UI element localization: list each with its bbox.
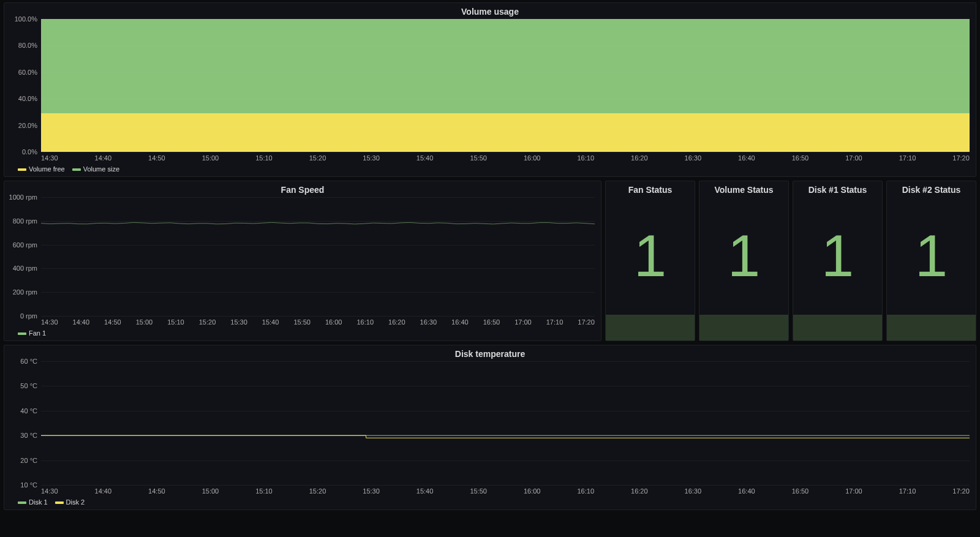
x-tick-label: 14:50 [104,318,121,326]
panel-disk1-status[interactable]: Disk #1 Status 1 [793,181,883,341]
x-tick-label: 16:30 [685,154,702,162]
legend-swatch [72,168,81,171]
legend-item[interactable]: Fan 1 [18,329,46,337]
x-tick-label: 17:10 [899,487,916,495]
x-tick-label: 16:20 [631,487,648,495]
x-tick-label: 15:10 [255,154,273,162]
legend[interactable]: Fan 1 [4,327,601,340]
x-tick-label: 15:50 [470,487,487,495]
x-tick-label: 15:40 [417,154,434,162]
legend-swatch [18,501,26,504]
legend-swatch [18,168,26,171]
y-tick-label: 600 rpm [13,241,37,249]
x-tick-label: 14:30 [41,318,58,326]
fan1-line [41,222,595,224]
y-tick-label: 20 °C [20,457,37,464]
panel-title: Fan Status [606,181,695,197]
x-tick-label: 15:00 [136,318,153,326]
y-tick-label: 80.0% [18,42,37,49]
x-tick-label: 15:00 [202,487,219,495]
legend-label: Disk 1 [29,498,48,506]
x-tick-label: 17:20 [578,318,595,326]
legend[interactable]: Volume freeVolume size [4,163,976,176]
y-tick-label: 100.0% [15,15,37,23]
x-tick-label: 14:50 [148,154,165,162]
legend-item[interactable]: Disk 1 [18,498,48,506]
x-tick-label: 16:00 [524,154,541,162]
stat-value: 1 [887,197,976,315]
legend-item[interactable]: Disk 2 [55,498,85,506]
x-tick-label: 17:10 [546,318,564,326]
y-tick-label: 0 rpm [20,312,37,320]
x-tick-label: 14:30 [41,487,58,495]
x-tick-label: 17:00 [845,154,862,162]
x-tick-label: 15:30 [230,318,247,326]
y-tick-label: 40 °C [20,407,37,415]
legend[interactable]: Disk 1Disk 2 [4,496,976,509]
x-tick-label: 16:10 [577,154,594,162]
sparkline [699,315,788,340]
x-tick-label: 14:50 [148,487,165,495]
x-tick-label: 15:50 [293,318,311,326]
x-tick-label: 15:20 [199,318,216,326]
x-tick-label: 15:30 [363,487,380,495]
x-tick-label: 14:40 [73,318,90,326]
x-tick-label: 15:20 [309,487,326,495]
y-tick-label: 10 °C [20,481,37,489]
y-tick-label: 60.0% [18,69,37,76]
x-tick-label: 15:10 [255,487,273,495]
x-tick-label: 16:10 [356,318,374,326]
panel-title: Fan Speed [4,181,601,197]
sparkline [887,315,976,340]
legend-label: Fan 1 [29,329,46,337]
x-tick-label: 17:10 [899,154,916,162]
x-tick-label: 17:00 [845,487,862,495]
x-tick-label: 16:50 [792,154,809,162]
legend-swatch [18,332,26,335]
panel-disk2-status[interactable]: Disk #2 Status 1 [886,181,976,341]
y-tick-label: 200 rpm [13,288,37,296]
panel-disk-temperature[interactable]: Disk temperature 10 °C20 °C30 °C40 °C50 … [4,345,976,510]
panel-volume-status[interactable]: Volume Status 1 [699,181,789,341]
x-tick-label: 17:20 [952,154,970,162]
x-tick-label: 15:40 [262,318,279,326]
x-tick-label: 15:30 [363,154,380,162]
sparkline [606,315,695,340]
panel-title: Disk #1 Status [793,181,882,197]
x-tick-label: 17:00 [514,318,532,326]
y-tick-label: 20.0% [18,122,37,129]
x-tick-label: 16:40 [451,318,469,326]
x-tick-label: 15:00 [202,154,219,162]
x-tick-label: 14:40 [95,154,112,162]
disk-plot: 10 °C20 °C30 °C40 °C50 °C60 °C [4,361,976,485]
x-tick-label: 16:30 [420,318,437,326]
panel-title: Disk temperature [4,345,976,361]
y-tick-label: 0.0% [22,148,37,156]
x-tick-label: 17:20 [952,487,970,495]
x-tick-label: 16:50 [483,318,500,326]
legend-label: Disk 2 [66,498,85,506]
x-axis: 14:3014:4014:5015:0015:1015:2015:3015:40… [4,152,976,163]
panel-fan-status[interactable]: Fan Status 1 [605,181,695,341]
stat-value: 1 [699,197,788,315]
y-tick-label: 30 °C [20,432,37,439]
x-tick-label: 16:40 [738,487,755,495]
legend-item[interactable]: Volume free [18,165,65,173]
y-tick-label: 1000 rpm [9,193,37,201]
legend-label: Volume free [29,165,65,173]
y-tick-label: 60 °C [20,358,37,365]
legend-label: Volume size [83,165,119,173]
x-axis: 14:3014:4014:5015:0015:1015:2015:3015:40… [4,316,601,327]
panel-volume-usage[interactable]: Volume usage 0.0%20.0%40.0%60.0%80.0%100… [4,2,976,177]
panel-fan-speed[interactable]: Fan Speed 0 rpm200 rpm400 rpm600 rpm800 … [4,181,601,341]
volume-plot: 0.0%20.0%40.0%60.0%80.0%100.0% [4,19,976,152]
x-tick-label: 16:30 [685,487,702,495]
x-tick-label: 15:40 [417,487,434,495]
panel-title: Volume usage [4,3,976,19]
x-tick-label: 15:50 [470,154,487,162]
x-tick-label: 14:40 [95,487,112,495]
legend-item[interactable]: Volume size [72,165,119,173]
x-tick-label: 16:10 [577,487,594,495]
stat-value: 1 [793,197,882,315]
y-tick-label: 50 °C [20,382,37,389]
